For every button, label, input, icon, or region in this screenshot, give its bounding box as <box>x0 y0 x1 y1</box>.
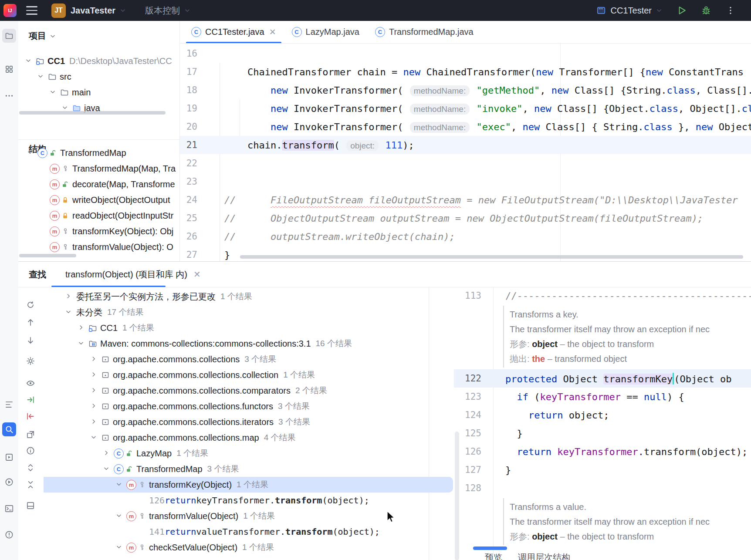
run-config-selector[interactable]: CC1Tester <box>611 6 652 16</box>
structure-row[interactable]: mtransformKey(Object): Obj <box>18 223 179 239</box>
find-result-row[interactable]: org.apache.commons.collections.iterators… <box>44 414 453 430</box>
bottom-tab-call-hierarchy[interactable]: 调用层次结构 <box>518 552 570 560</box>
find-result-row[interactable]: org.apache.commons.collections3 个结果 <box>44 351 453 367</box>
modules-icon[interactable] <box>2 62 16 76</box>
editor-line-19[interactable]: 19 new InvokerTransformer( methodName: "… <box>180 99 751 118</box>
find-result-row[interactable]: 委托至另一个实例方法，形参已更改1 个结果 <box>44 289 453 304</box>
chevron-right-icon[interactable] <box>90 386 98 395</box>
editor-line-17[interactable]: 17 ChainedTransformer chain = new Chaine… <box>180 63 751 81</box>
preview-line-123[interactable]: 123 if (keyTransformer == null) { <box>454 388 751 406</box>
more-actions-button[interactable] <box>725 5 736 16</box>
find-result-line[interactable]: 141 return valueTransformer.transform(ob… <box>44 524 453 540</box>
editor-line-18[interactable]: 18 new InvokerTransformer( methodName: "… <box>180 81 751 99</box>
navigate-green-icon[interactable] <box>24 393 37 406</box>
editor-line-22[interactable]: 22 <box>180 154 751 172</box>
chevron-down-icon[interactable] <box>102 465 111 473</box>
preview-line-127[interactable]: 127} <box>454 461 751 479</box>
structure-row[interactable]: CTransformedMap <box>18 145 179 161</box>
structure-row[interactable]: mdecorate(Map, Transforme <box>18 176 179 192</box>
chevron-right-icon[interactable] <box>64 292 73 301</box>
settings-icon[interactable] <box>24 354 37 368</box>
open-in-editor-icon[interactable] <box>24 428 37 441</box>
chevron-right-icon[interactable] <box>90 355 98 364</box>
project-panel-title[interactable]: 项目 <box>29 30 57 42</box>
structure-row[interactable]: mwriteObject(ObjectOutput <box>18 192 179 208</box>
run-button[interactable] <box>676 5 687 16</box>
chevron-down-icon[interactable] <box>26 148 35 157</box>
find-result-row[interactable]: org.apache.commons.collections.map4 个结果 <box>44 430 453 445</box>
find-results-tab[interactable]: transform(Object) (项目和库 内) ✕ <box>65 269 201 280</box>
layout-icon[interactable] <box>24 499 37 512</box>
preview-line-126[interactable]: 126 return keyTransformer.transform(obje… <box>454 442 751 461</box>
project-tree-row[interactable]: main <box>18 84 179 100</box>
editor-tab-lazymap-java[interactable]: CLazyMap.java <box>284 21 367 43</box>
chevron-down-icon[interactable] <box>24 57 33 65</box>
find-result-row[interactable]: org.apache.commons.collections.functors3… <box>44 398 453 414</box>
project-tree-row[interactable]: CC1D:\Desktop\JavaTester\CC <box>18 53 179 69</box>
chevron-down-icon[interactable] <box>115 512 124 520</box>
chevron-down-icon[interactable] <box>115 543 124 552</box>
chevron-down-icon[interactable] <box>115 480 124 489</box>
find-result-row[interactable]: org.apache.commons.collections.collectio… <box>44 367 453 383</box>
project-name[interactable]: JavaTester <box>71 6 115 16</box>
find-result-row[interactable]: CLazyMap1 个结果 <box>44 445 453 461</box>
debug-button[interactable] <box>700 5 712 16</box>
chevron-down-icon[interactable] <box>64 308 73 317</box>
bookmarks-icon[interactable] <box>2 398 16 412</box>
find-result-row[interactable]: org.apache.commons.collections.comparato… <box>44 383 453 398</box>
main-menu-icon[interactable] <box>26 6 37 15</box>
prev-occurrence-icon[interactable] <box>24 316 37 329</box>
refresh-icon[interactable] <box>24 298 37 311</box>
run-icon[interactable] <box>2 475 16 489</box>
editor-tab-transformedmap-java[interactable]: CTransformedMap.java <box>367 21 481 43</box>
project-tree-row[interactable]: src <box>18 69 179 84</box>
search-icon[interactable] <box>2 422 16 436</box>
chevron-right-icon[interactable] <box>77 324 86 332</box>
find-result-row[interactable]: Maven: commons-collections:commons-colle… <box>44 336 453 351</box>
editor-line-20[interactable]: 20 new InvokerTransformer( methodName: "… <box>180 118 751 136</box>
editor-line-27[interactable]: 27 } <box>180 246 751 261</box>
problems-icon[interactable] <box>2 528 16 542</box>
find-result-row[interactable]: mtransformKey(Object)1 个结果 <box>44 477 453 493</box>
chevron-down-icon[interactable] <box>77 339 86 348</box>
preview-vscrollbar[interactable] <box>455 432 459 560</box>
preview-line-122[interactable]: 122protected Object transformKey(Object … <box>454 369 751 388</box>
expand-all-icon[interactable] <box>24 461 37 474</box>
editor-line-26[interactable]: 26 // outputStream.writeObject(chain); <box>180 227 751 246</box>
find-result-row[interactable]: CTransformedMap3 个结果 <box>44 461 453 477</box>
chevron-down-icon[interactable] <box>49 88 58 97</box>
editor-line-23[interactable]: 23 <box>180 172 751 191</box>
find-result-row[interactable]: 未分类17 个结果 <box>44 304 453 320</box>
collapse-all-icon[interactable] <box>24 478 37 491</box>
chevron-down-icon[interactable] <box>90 433 98 442</box>
editor-line-25[interactable]: 25 // ObjectOutputStream outputStream = … <box>180 209 751 227</box>
preview-line-124[interactable]: 124 return object; <box>454 406 751 424</box>
chevron-down-icon[interactable] <box>37 72 45 81</box>
editor-line-16[interactable]: 16 <box>180 44 751 63</box>
structure-tree-hscrollbar[interactable] <box>19 254 76 257</box>
structure-row[interactable]: mreadObject(ObjectInputStr <box>18 208 179 223</box>
navigate-red-icon[interactable] <box>24 410 37 423</box>
next-occurrence-icon[interactable] <box>24 334 37 347</box>
terminal-icon[interactable] <box>2 502 16 516</box>
structure-row[interactable]: mTransformedMap(Map, Tra <box>18 161 179 176</box>
chevron-right-icon[interactable] <box>90 371 98 379</box>
preview-line-113[interactable]: 113//-----------------------------------… <box>454 287 751 305</box>
preview-icon[interactable] <box>24 377 37 390</box>
editor-line-24[interactable]: 24 // FileOutputStream fileOutputStream … <box>180 191 751 209</box>
editor-line-21[interactable]: 21 chain.transform( object: 111); <box>180 136 751 154</box>
find-result-row[interactable]: CC11 个结果 <box>44 320 453 336</box>
project-tree-hscrollbar[interactable] <box>19 111 166 115</box>
chevron-right-icon[interactable] <box>102 449 111 458</box>
chevron-right-icon[interactable] <box>90 402 98 411</box>
structure-row[interactable]: mtransformValue(Object): O <box>18 239 179 255</box>
close-icon[interactable]: ✕ <box>193 269 201 280</box>
close-icon[interactable]: ✕ <box>269 27 276 37</box>
editor-hscrollbar[interactable] <box>240 255 743 259</box>
preview-line-128[interactable]: 128 <box>454 479 751 497</box>
preview-editor[interactable]: 113//-----------------------------------… <box>454 287 751 547</box>
find-result-row[interactable]: mcheckSetValue(Object)1 个结果 <box>44 540 453 555</box>
code-area[interactable]: 1617 ChainedTransformer chain = new Chai… <box>180 44 751 261</box>
services-icon[interactable] <box>2 450 16 464</box>
info-icon[interactable] <box>24 444 37 457</box>
